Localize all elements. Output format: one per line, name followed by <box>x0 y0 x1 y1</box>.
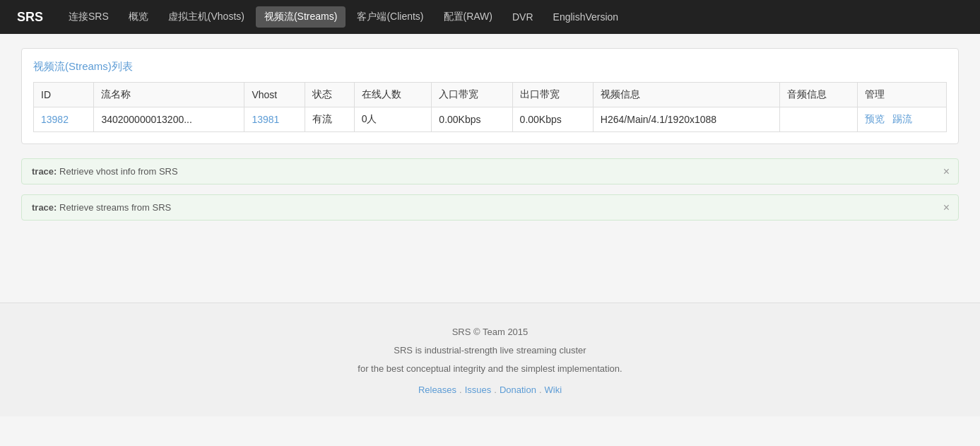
kick-link[interactable]: 踢流 <box>892 113 912 124</box>
footer-links: Releases . Issues . Donation . Wiki <box>14 381 966 399</box>
nav-item-english[interactable]: EnglishVersion <box>545 7 627 27</box>
col-online: 在线人数 <box>354 83 432 107</box>
footer-tagline1: SRS is industrial-strength live streamin… <box>14 341 966 360</box>
alert-trace-2-message: Retrieve streams from SRS <box>59 202 171 213</box>
vhost-link[interactable]: 13981 <box>252 114 279 125</box>
streams-table: ID 流名称 Vhost 状态 在线人数 入口带宽 出口带宽 视频信息 音频信息… <box>33 82 947 132</box>
alert-trace-2-close[interactable]: × <box>943 201 950 214</box>
preview-link[interactable]: 预览 <box>865 113 885 124</box>
alert-trace-1-message: Retrieve vhost info from SRS <box>59 166 178 177</box>
col-output-bw: 出口带宽 <box>512 83 593 107</box>
alert-trace-2: trace: Retrieve streams from SRS × <box>21 194 959 221</box>
footer: SRS © Team 2015 SRS is industrial-streng… <box>0 303 980 416</box>
table-header-row: ID 流名称 Vhost 状态 在线人数 入口带宽 出口带宽 视频信息 音频信息… <box>34 83 947 107</box>
col-status: 状态 <box>305 83 354 107</box>
footer-link-wiki[interactable]: Wiki <box>545 381 562 399</box>
alert-trace-1-label: trace: <box>32 166 57 177</box>
col-manage: 管理 <box>857 83 946 107</box>
cell-status: 有流 <box>305 107 354 132</box>
streams-card: 视频流(Streams)列表 ID 流名称 Vhost 状态 在线人数 入口带宽… <box>21 48 959 144</box>
alert-trace-1: trace: Retrieve vhost info from SRS × <box>21 158 959 184</box>
cell-id: 13982 <box>34 107 94 132</box>
navbar-brand: SRS <box>11 10 49 25</box>
footer-dot-1: . <box>459 381 462 399</box>
col-input-bw: 入口带宽 <box>432 83 512 107</box>
col-audio-info: 音频信息 <box>779 83 857 107</box>
stream-id-link[interactable]: 13982 <box>41 114 69 125</box>
footer-link-releases[interactable]: Releases <box>418 381 456 399</box>
cell-video-info: H264/Main/4.1/1920x1088 <box>593 107 779 132</box>
footer-copyright: SRS © Team 2015 <box>14 323 966 341</box>
nav-item-clients[interactable]: 客户端(Clients) <box>348 6 432 28</box>
cell-vhost: 13981 <box>244 107 305 132</box>
cell-output-bandwidth: 0.00Kbps <box>512 107 593 132</box>
cell-input-bandwidth: 0.00Kbps <box>432 107 512 132</box>
nav-item-dvr[interactable]: DVR <box>504 7 542 27</box>
navbar: SRS 连接SRS 概览 虚拟主机(Vhosts) 视频流(Streams) 客… <box>0 0 980 34</box>
footer-link-donation[interactable]: Donation <box>500 381 536 399</box>
nav-item-vhosts[interactable]: 虚拟主机(Vhosts) <box>160 6 253 28</box>
main-content: 视频流(Streams)列表 ID 流名称 Vhost 状态 在线人数 入口带宽… <box>0 34 980 303</box>
col-video-info: 视频信息 <box>593 83 779 107</box>
alert-trace-1-close[interactable]: × <box>943 165 950 178</box>
nav-item-config[interactable]: 配置(RAW) <box>435 6 501 28</box>
col-id: ID <box>34 83 94 107</box>
footer-link-issues[interactable]: Issues <box>465 381 492 399</box>
table-row: 13982 340200000013200... 13981 有流 0人 0.0… <box>34 107 947 132</box>
cell-audio-info <box>779 107 857 132</box>
streams-card-title: 视频流(Streams)列表 <box>33 60 947 74</box>
col-vhost: Vhost <box>244 83 305 107</box>
nav-item-streams[interactable]: 视频流(Streams) <box>256 6 346 28</box>
footer-tagline2: for the best conceptual integrity and th… <box>14 360 966 378</box>
footer-dot-2: . <box>494 381 497 399</box>
cell-manage: 预览 踢流 <box>857 107 946 132</box>
nav-item-overview[interactable]: 概览 <box>120 6 157 28</box>
nav-item-connect[interactable]: 连接SRS <box>60 6 117 28</box>
alert-trace-2-label: trace: <box>32 202 57 213</box>
cell-online-count: 0人 <box>354 107 432 132</box>
cell-stream-name: 340200000013200... <box>94 107 244 132</box>
col-stream-name: 流名称 <box>94 83 244 107</box>
footer-dot-3: . <box>539 381 542 399</box>
